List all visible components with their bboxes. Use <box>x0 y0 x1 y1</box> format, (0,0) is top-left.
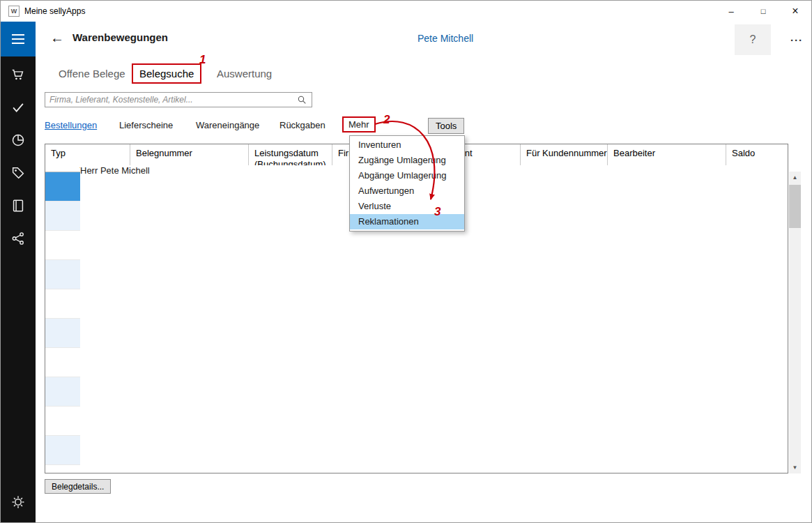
menu-item[interactable]: Abgänge Umlagerung <box>350 168 464 183</box>
scroll-down-button[interactable]: ▼ <box>789 462 801 473</box>
vertical-scrollbar[interactable]: ▲ ▼ <box>789 172 801 473</box>
mehr-dropdown-menu: Inventuren Zugänge Umlagerung Abgänge Um… <box>349 135 465 232</box>
cell-bearbeiter: Herr Pete Michell <box>608 465 726 473</box>
sidebar-nav <box>1 58 36 255</box>
menu-item[interactable]: Inventuren <box>350 137 464 153</box>
filter-tab[interactable]: Lieferscheine <box>119 120 173 130</box>
pivot-tabs: Offene Belege Belegsuche Auswertung <box>36 63 811 87</box>
tab[interactable]: Offene Belege <box>59 68 125 79</box>
help-button[interactable]: ? <box>735 24 771 55</box>
filter-tab[interactable]: Bestellungen <box>45 120 97 130</box>
sidebar <box>1 22 36 522</box>
search-icon[interactable] <box>296 94 309 107</box>
close-icon: × <box>792 5 798 17</box>
hamburger-menu-button[interactable] <box>1 22 36 56</box>
sidebar-item-book[interactable] <box>1 189 36 222</box>
document-details-button[interactable]: Belegdetails... <box>45 479 111 494</box>
sidebar-item-pie-chart[interactable] <box>1 123 36 156</box>
maximize-icon: □ <box>761 7 766 15</box>
menu-item[interactable]: Verluste <box>350 199 464 214</box>
cart-icon <box>10 67 26 82</box>
maximize-button[interactable]: □ <box>747 1 779 22</box>
price-tag-icon <box>10 165 26 181</box>
close-button[interactable]: × <box>779 1 811 22</box>
main-content: ← Warenbewegungen Pete Mitchell ? ··· Of… <box>36 22 811 522</box>
filter-tab[interactable]: Rückgaben <box>279 120 325 130</box>
hamburger-icon <box>12 34 24 36</box>
app-icon: W <box>8 6 20 17</box>
filter-tab[interactable]: Mehr <box>342 116 376 132</box>
annotation-step-1: 1 <box>199 53 206 67</box>
titlebar: W Meine sellyApps – □ × <box>1 1 811 22</box>
sidebar-item-settings[interactable] <box>1 485 36 518</box>
minimize-icon: – <box>728 6 733 17</box>
menu-item[interactable]: Zugänge Umlagerung <box>350 153 464 168</box>
tools-button[interactable]: Tools <box>428 118 464 134</box>
sidebar-item-checkmark[interactable] <box>1 91 36 123</box>
search-input[interactable] <box>45 92 312 107</box>
menu-item[interactable]: Reklamationen <box>350 214 464 229</box>
network-icon <box>10 231 26 246</box>
scroll-up-button[interactable]: ▲ <box>789 172 801 183</box>
sidebar-item-network[interactable] <box>1 222 36 255</box>
book-icon <box>10 198 26 213</box>
table-row[interactable]: Bestellung 22188838 lt. Lieferrhythmus s… <box>45 465 788 473</box>
window-controls: – □ × <box>715 1 811 22</box>
window-title: Meine sellyApps <box>24 1 85 22</box>
back-button[interactable]: ← <box>47 27 68 48</box>
gear-icon <box>10 494 26 510</box>
annotation-step-3: 3 <box>434 205 441 219</box>
menu-item[interactable]: Aufwertungen <box>350 183 464 199</box>
minimize-button[interactable]: – <box>715 1 747 22</box>
pie-chart-icon <box>10 132 26 148</box>
sidebar-item-price-tag[interactable] <box>1 156 36 189</box>
more-options-button[interactable]: ··· <box>780 24 812 55</box>
filter-tab[interactable]: Wareneingänge <box>196 120 259 130</box>
tab[interactable]: Belegsuche <box>132 63 201 84</box>
scrollbar-thumb[interactable] <box>789 185 801 228</box>
checkmark-icon <box>10 100 26 115</box>
annotation-step-2: 2 <box>383 113 390 127</box>
sidebar-item-cart[interactable] <box>1 58 36 91</box>
document-type-filter-row: Bestellungen Lieferscheine Wareneingänge… <box>36 118 811 137</box>
page-title: Warenbewegungen <box>72 31 168 43</box>
tab[interactable]: Auswertung <box>217 68 272 79</box>
user-name[interactable]: Pete Mitchell <box>418 33 473 44</box>
